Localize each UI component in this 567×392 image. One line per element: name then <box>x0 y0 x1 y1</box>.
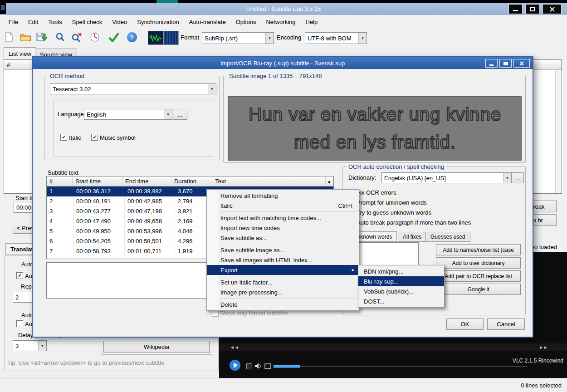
format-combobox[interactable]: SubRip (.srt) ▼ <box>202 32 274 44</box>
menu-networking[interactable]: Networking <box>261 16 300 28</box>
menu-item-import-new-timecodes[interactable]: Import new time codes <box>207 223 359 233</box>
tip-text: Tip: Use <alt+arrow up/down> to go to pr… <box>7 359 164 366</box>
col-end-time[interactable]: End time <box>122 176 171 186</box>
menu-help[interactable]: Help <box>301 16 323 28</box>
subtitle-edit-textarea[interactable] <box>46 262 209 299</box>
new-file-icon[interactable] <box>5 32 14 44</box>
language-browse-button[interactable]: ... <box>173 109 187 120</box>
menu-item-delete[interactable]: Delete <box>207 299 359 309</box>
video-seek-strip[interactable]: ◄◄ ►► <box>219 343 567 351</box>
forced-subtitles-checkbox[interactable] <box>212 310 219 317</box>
seek-track[interactable] <box>274 366 528 367</box>
submenu-item-bdn-xml-png[interactable]: BDN xml/png... <box>358 266 444 276</box>
encoding-combobox[interactable]: UTF-8 with BOM ▼ <box>305 32 367 44</box>
combo-arrow-icon[interactable]: ▼ <box>38 341 46 351</box>
window-controls <box>507 4 562 14</box>
save-icon[interactable] <box>36 32 49 44</box>
menu-item-set-unitalic-factor[interactable]: Set un-italic factor... <box>207 277 359 287</box>
menu-item-save-all-images-html[interactable]: Save all images with HTML index... <box>207 255 359 265</box>
tab-all-fixes[interactable]: All fixes <box>398 232 426 242</box>
minimize-button[interactable] <box>508 4 523 14</box>
combo-arrow-icon[interactable]: ▼ <box>265 33 274 44</box>
play-button[interactable] <box>229 359 241 372</box>
menu-item-italic[interactable]: ItalicCtrl+I <box>207 201 359 211</box>
end-time-cell: 00:00:53,996 <box>125 226 175 236</box>
wikipedia-button[interactable]: Wikipedia <box>103 341 210 353</box>
menu-item-label: Export <box>220 267 238 274</box>
submenu-item-dost[interactable]: DOST... <box>358 296 444 306</box>
menu-tools[interactable]: Tools <box>43 16 67 28</box>
combo-arrow-icon[interactable]: ▼ <box>503 173 511 183</box>
dictionary-combobox[interactable]: Engelsk (USA) [en_US] ▼ <box>381 172 512 183</box>
add-to-dictionary-button[interactable]: Add to user dictionary <box>436 257 521 269</box>
menu-spell-check[interactable]: Spell check <box>67 16 107 28</box>
spectrogram-toggle-button[interactable] <box>163 31 179 45</box>
submenu-item-bluray-sup[interactable]: Blu-ray sup... <box>358 276 444 286</box>
help-icon[interactable]: ? <box>127 32 137 42</box>
add-pair-ocr-replace-button[interactable]: Add pair to OCR replace list <box>436 270 521 282</box>
ok-button[interactable]: OK <box>446 318 484 330</box>
seek-fill[interactable] <box>274 365 300 368</box>
menu-item-save-subtitle-as[interactable]: Save subtitle as... <box>207 233 359 243</box>
combo-arrow-icon[interactable]: ▼ <box>208 84 216 94</box>
start-time-cell: 00:00:58,793 <box>73 246 125 256</box>
subtitle-image-line1: Hun var en vakker ung kvinne <box>249 104 501 125</box>
dialog-minimize-button[interactable] <box>485 59 498 68</box>
maximize-button[interactable] <box>525 4 539 14</box>
menu-auto-translate[interactable]: Auto-translate <box>184 16 231 28</box>
stop-button[interactable] <box>246 363 252 369</box>
col-number[interactable]: # <box>47 176 73 186</box>
combo-arrow-icon[interactable]: ▼ <box>164 109 172 119</box>
add-to-names-button[interactable]: Add to names/noise list (case <box>436 244 521 255</box>
dialog-maximize-button[interactable] <box>499 59 512 68</box>
fullscreen-icon[interactable] <box>264 363 271 370</box>
ocr-method-combobox[interactable]: Tesseract 3.02 ▼ <box>50 83 216 94</box>
auto-repeat-checkbox[interactable]: ✓ <box>16 272 23 279</box>
forward-icon[interactable]: ►► <box>539 345 548 350</box>
menu-video[interactable]: Video <box>107 16 132 28</box>
waveform-toggle-button[interactable] <box>148 31 163 45</box>
visual-sync-icon[interactable] <box>90 32 100 44</box>
auto-continue-checkbox[interactable] <box>16 320 23 327</box>
menu-item-save-subtitle-image-as[interactable]: Save subtitle image as... <box>207 245 359 255</box>
menu-item-export[interactable]: Export► <box>207 265 359 275</box>
menu-edit[interactable]: Edit <box>23 16 43 28</box>
delay-combobox[interactable]: 3 ▼ <box>13 340 47 351</box>
menu-item-import-matching-timecodes[interactable]: Import text with matching time codes... <box>207 213 359 223</box>
menu-item-label: Image pre-processing... <box>220 289 283 296</box>
open-folder-icon[interactable] <box>20 33 32 43</box>
menu-separator <box>220 244 357 244</box>
italic-checkbox[interactable]: ✓ <box>60 134 67 141</box>
main-list-scrollbar[interactable] <box>555 70 562 193</box>
replace-icon[interactable] <box>72 32 83 44</box>
main-titlebar: Untitled - Subtitle Edit 3.5.15 <box>0 3 567 15</box>
google-it-button[interactable]: Google it <box>436 284 521 295</box>
format-label: Format <box>181 34 199 41</box>
spell-check-icon[interactable] <box>108 32 120 44</box>
language-combobox[interactable]: English ▼ <box>84 109 172 120</box>
auto-break-label: Auto break paragraph if more than two li… <box>357 219 471 226</box>
submenu-item-vobsub[interactable]: VobSub (sub/idx)... <box>358 286 444 296</box>
find-icon[interactable] <box>55 32 65 44</box>
menu-item-label: Save subtitle as... <box>220 235 267 241</box>
tab-guesses-used[interactable]: Guesses used <box>425 232 470 242</box>
scrollbar-up-button[interactable]: ▲ <box>326 176 333 186</box>
volume-icon[interactable] <box>254 363 263 371</box>
music-symbol-checkbox[interactable]: ✓ <box>91 134 98 141</box>
menu-file[interactable]: File <box>4 16 23 28</box>
col-text[interactable]: Text <box>212 176 325 186</box>
number-column-header[interactable]: # <box>4 60 27 70</box>
dialog-close-button[interactable] <box>513 59 530 68</box>
menu-synchronization[interactable]: Synchronization <box>132 16 184 28</box>
menu-options[interactable]: Options <box>231 16 261 28</box>
col-start-time[interactable]: Start time <box>73 176 122 186</box>
dictionary-browse-button[interactable]: ... <box>511 172 524 183</box>
rewind-icon[interactable]: ◄◄ <box>230 345 239 350</box>
menu-item-remove-formatting[interactable]: Remove all formatting <box>207 191 359 201</box>
menu-item-image-preprocessing[interactable]: Image pre-processing... <box>207 287 359 297</box>
close-button[interactable] <box>543 4 562 14</box>
combo-arrow-icon[interactable]: ▼ <box>358 33 367 44</box>
col-duration[interactable]: Duration <box>171 176 212 186</box>
cancel-button[interactable]: Cancel <box>487 318 525 330</box>
guess-unknown-label: Try to guess unknown words <box>357 209 431 216</box>
